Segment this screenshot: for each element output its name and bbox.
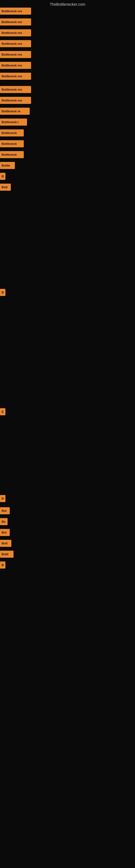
bottleneck-button[interactable]: Bottleneck res xyxy=(0,40,31,47)
bottleneck-button[interactable]: Bott xyxy=(0,540,11,547)
bottleneck-button[interactable]: R xyxy=(0,495,5,502)
bottleneck-button[interactable]: Bot xyxy=(0,529,10,536)
bottleneck-button[interactable]: Bottleneck res xyxy=(0,8,31,14)
bottleneck-button[interactable]: Bottleneck xyxy=(0,151,24,158)
bottleneck-button[interactable]: Bottleneck xyxy=(0,129,24,136)
bottleneck-button[interactable]: Bottleneck res xyxy=(0,73,31,80)
bottleneck-button[interactable]: E xyxy=(0,408,5,415)
bottleneck-button[interactable]: B xyxy=(0,173,5,180)
site-title: TheBottlenecker.com xyxy=(0,0,135,8)
bottleneck-button[interactable]: B xyxy=(0,289,5,296)
bottleneck-button[interactable]: B xyxy=(0,561,5,568)
bottleneck-button[interactable]: Bott xyxy=(0,184,11,191)
bottleneck-button[interactable]: Bottleneck res xyxy=(0,62,31,69)
bottleneck-button[interactable]: Bot xyxy=(0,507,10,514)
bottleneck-button[interactable]: Bottleneck re xyxy=(0,108,30,115)
bottleneck-button[interactable]: Bottleneck res xyxy=(0,19,31,26)
bottleneck-button[interactable]: Bottleneck res xyxy=(0,86,31,93)
bottleneck-button[interactable]: Bottleneck r xyxy=(0,119,27,126)
bottleneck-button[interactable]: Bottle xyxy=(0,162,15,169)
bottleneck-button[interactable]: Bottleneck res xyxy=(0,29,31,36)
bottleneck-button[interactable]: Bottleneck res xyxy=(0,97,31,104)
bottleneck-button[interactable]: Bottleneck xyxy=(0,140,24,147)
bottleneck-button[interactable]: Bo xyxy=(0,518,8,525)
bottleneck-button[interactable]: Bottleneck res xyxy=(0,51,31,58)
bottleneck-button[interactable]: Bottl xyxy=(0,551,13,558)
